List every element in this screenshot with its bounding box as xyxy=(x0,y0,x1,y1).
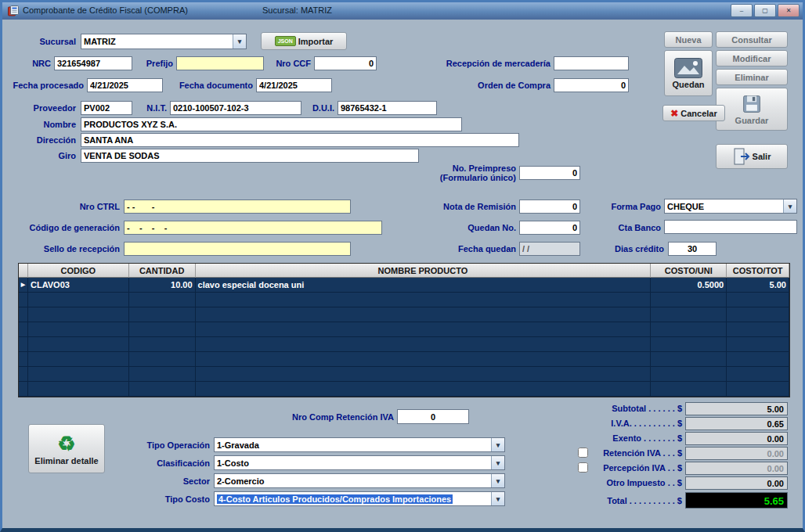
sector-label: Sector xyxy=(130,476,210,487)
fecha-procesado-field[interactable] xyxy=(87,78,163,92)
tipo-operacion-label: Tipo Operación xyxy=(130,440,210,451)
cell-costo-uni xyxy=(651,352,727,367)
chevron-down-icon[interactable]: ▾ xyxy=(783,200,796,213)
codigo-generacion-field[interactable] xyxy=(124,221,382,235)
orden-compra-field[interactable] xyxy=(554,78,629,92)
nit-field[interactable] xyxy=(170,101,301,115)
table-row[interactable]: ▶ CLAVO03 10.00 clavo especial docena un… xyxy=(19,278,789,293)
cell-nombre xyxy=(196,322,652,337)
row-gutter xyxy=(19,293,28,307)
tipo-costo-select[interactable]: 4-Costo Articulos Producidos/Comprados I… xyxy=(214,491,505,506)
cta-banco-field[interactable] xyxy=(664,220,797,234)
cell-costo-uni xyxy=(651,307,727,322)
cell-codigo xyxy=(28,352,129,367)
dui-field[interactable] xyxy=(338,101,437,115)
titlebar[interactable]: Comprobante de Crédito Fiscal (COMPRA) S… xyxy=(2,2,803,20)
table-empty-row[interactable] xyxy=(19,307,789,322)
nrc-field[interactable] xyxy=(54,56,132,70)
eliminar-detalle-button[interactable]: ♻ Eliminar detalle xyxy=(28,424,105,473)
subtotal-label: Subtotal . . . . . . $ xyxy=(551,404,682,414)
salir-button[interactable]: Salir xyxy=(716,144,788,169)
quedan-no-field[interactable] xyxy=(519,221,580,235)
chevron-down-icon[interactable]: ▾ xyxy=(491,456,504,469)
dias-credito-field[interactable] xyxy=(668,242,717,256)
recepcion-mercaderia-field[interactable] xyxy=(554,56,629,70)
table-empty-row[interactable] xyxy=(19,337,789,352)
direccion-field[interactable] xyxy=(81,133,519,147)
nro-ccf-label: Nro CCF xyxy=(264,59,311,69)
maximize-icon[interactable]: ▢ xyxy=(754,4,776,17)
cell-codigo xyxy=(28,382,129,397)
proveedor-field[interactable] xyxy=(81,101,132,115)
forma-pago-value: CHEQUE xyxy=(667,202,783,211)
cell-nombre xyxy=(196,337,652,352)
sello-recepcion-field[interactable] xyxy=(124,242,351,256)
cancel-x-icon: ✖ xyxy=(670,108,678,119)
app-icon xyxy=(8,5,19,16)
cell-nombre xyxy=(196,382,652,397)
row-gutter xyxy=(19,382,28,397)
grid-header-cantidad: CANTIDAD xyxy=(129,264,196,278)
row-gutter xyxy=(19,322,28,337)
row-gutter xyxy=(19,352,28,367)
importar-button[interactable]: JSON Importar xyxy=(261,32,347,50)
grid-header-costo-uni: COSTO/UNI xyxy=(651,264,727,278)
no-preimpreso-field[interactable] xyxy=(519,166,580,180)
close-icon[interactable]: ✕ xyxy=(778,4,800,17)
fecha-procesado-label: Fecha procesado xyxy=(4,81,84,91)
nro-comp-retencion-field[interactable] xyxy=(397,409,469,424)
sello-recepcion-label: Sello de recepción xyxy=(34,244,120,254)
nro-ctrl-field[interactable] xyxy=(124,200,351,214)
nombre-field[interactable] xyxy=(81,117,462,131)
proveedor-label: Proveedor xyxy=(20,103,76,113)
table-empty-row[interactable] xyxy=(19,367,789,382)
minimize-icon[interactable]: – xyxy=(731,4,753,17)
retencion-iva-value: 0.00 xyxy=(685,447,788,460)
nro-ccf-field[interactable] xyxy=(314,56,377,70)
dui-label: D.U.I. xyxy=(303,103,334,113)
no-preimpreso-label2: (Formulario único) xyxy=(410,173,516,183)
consultar-button[interactable]: Consultar xyxy=(716,31,788,48)
eliminar-button[interactable]: Eliminar xyxy=(716,69,788,85)
table-empty-row[interactable] xyxy=(19,382,789,397)
prefijo-field[interactable] xyxy=(176,56,264,70)
importar-label: Importar xyxy=(298,37,334,46)
window-title: Comprobante de Crédito Fiscal (COMPRA) xyxy=(23,5,188,15)
row-gutter xyxy=(19,337,28,352)
quedan-button[interactable]: Quedan xyxy=(664,50,713,96)
sector-select[interactable]: 2-Comercio ▾ xyxy=(214,473,505,488)
table-empty-row[interactable] xyxy=(19,352,789,367)
table-empty-row[interactable] xyxy=(19,293,789,307)
exit-door-icon xyxy=(733,147,750,166)
nrc-label: NRC xyxy=(16,59,51,69)
nueva-button[interactable]: Nueva xyxy=(664,31,713,48)
exento-label: Exento . . . . . . . $ xyxy=(551,433,682,444)
chevron-down-icon[interactable]: ▾ xyxy=(491,492,504,505)
cell-cantidad: 10.00 xyxy=(129,278,196,293)
forma-pago-select[interactable]: CHEQUE ▾ xyxy=(664,199,797,214)
chevron-down-icon[interactable]: ▾ xyxy=(233,34,246,49)
table-empty-row[interactable] xyxy=(19,322,789,337)
cell-costo-tot xyxy=(727,352,789,367)
chevron-down-icon[interactable]: ▾ xyxy=(491,438,504,451)
cell-cantidad xyxy=(129,307,196,322)
fecha-quedan-field[interactable] xyxy=(519,242,580,256)
giro-field[interactable] xyxy=(81,149,419,163)
chevron-down-icon[interactable]: ▾ xyxy=(491,474,504,487)
cell-codigo xyxy=(28,367,129,382)
cell-codigo: CLAVO03 xyxy=(28,278,129,293)
fecha-quedan-label: Fecha quedan xyxy=(431,244,516,254)
giro-label: Giro xyxy=(20,151,76,161)
modificar-button[interactable]: Modificar xyxy=(716,50,788,66)
cell-costo-tot xyxy=(727,307,789,322)
fecha-documento-field[interactable] xyxy=(256,78,332,92)
cancelar-button[interactable]: ✖ Cancelar xyxy=(662,105,725,121)
guardar-button[interactable]: Guardar xyxy=(716,88,788,131)
nota-remision-field[interactable] xyxy=(519,200,580,214)
tipo-operacion-select[interactable]: 1-Gravada ▾ xyxy=(214,437,505,452)
sucursal-select[interactable]: MATRIZ ▾ xyxy=(81,34,247,49)
sucursal-value: MATRIZ xyxy=(84,37,233,46)
cell-costo-uni xyxy=(651,367,727,382)
clasificacion-select[interactable]: 1-Costo ▾ xyxy=(214,455,505,470)
cell-nombre: clavo especial docena uni xyxy=(196,278,652,293)
